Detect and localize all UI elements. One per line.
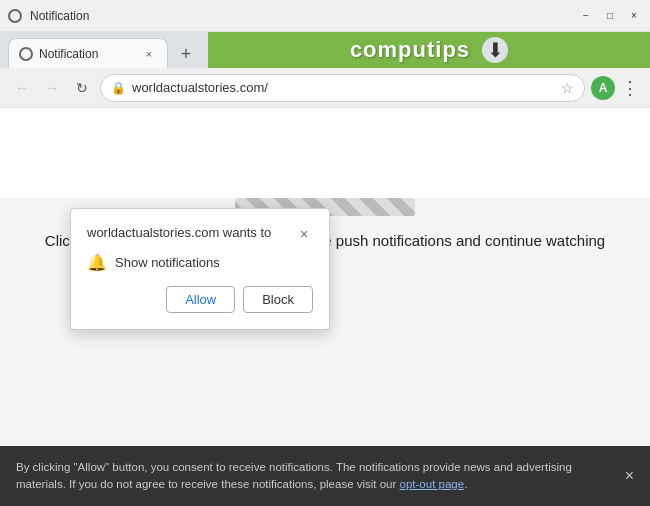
address-input[interactable]: 🔒 worldactualstories.com/ ☆: [100, 74, 585, 102]
url-text: worldactualstories.com/: [132, 80, 555, 95]
tab-section: Notification × +: [0, 32, 208, 68]
tab-bar: Notification × + computips ⬇: [0, 32, 650, 68]
user-avatar[interactable]: A: [591, 76, 615, 100]
cookie-close-button[interactable]: ×: [625, 464, 634, 488]
window-title: Notification: [30, 9, 89, 23]
tab-close-button[interactable]: ×: [141, 46, 157, 62]
popup-close-button[interactable]: ×: [295, 225, 313, 243]
window-controls: − □ ×: [578, 8, 642, 24]
active-tab[interactable]: Notification ×: [8, 38, 168, 68]
tab-favicon: [19, 47, 33, 61]
popup-header: worldactualstories.com wants to ×: [87, 225, 313, 243]
lock-icon: 🔒: [111, 81, 126, 95]
cookie-text-content: By clicking "Allow" button, you consent …: [16, 461, 572, 490]
refresh-button[interactable]: ↻: [70, 76, 94, 100]
notification-popup: worldactualstories.com wants to × 🔔 Show…: [70, 208, 330, 330]
cookie-bar: By clicking "Allow" button, you consent …: [0, 446, 650, 506]
forward-button[interactable]: →: [40, 76, 64, 100]
address-bar: ← → ↻ 🔒 worldactualstories.com/ ☆ A ⋮: [0, 68, 650, 108]
tab-title: Notification: [39, 47, 135, 61]
new-tab-button[interactable]: +: [172, 40, 200, 68]
bookmark-icon[interactable]: ☆: [561, 80, 574, 96]
download-icon[interactable]: ⬇: [482, 37, 508, 63]
site-logo: computips: [350, 37, 470, 63]
popup-buttons: Allow Block: [87, 286, 313, 313]
cookie-text: By clicking "Allow" button, you consent …: [16, 459, 615, 494]
notification-row-text: Show notifications: [115, 255, 220, 270]
opt-out-link[interactable]: opt-out page: [400, 478, 465, 490]
bell-icon: 🔔: [87, 253, 107, 272]
allow-button[interactable]: Allow: [166, 286, 235, 313]
maximize-button[interactable]: □: [602, 8, 618, 24]
notification-row: 🔔 Show notifications: [87, 253, 313, 272]
logo-area: computips ⬇: [208, 32, 650, 68]
minimize-button[interactable]: −: [578, 8, 594, 24]
back-button[interactable]: ←: [10, 76, 34, 100]
popup-title: worldactualstories.com wants to: [87, 225, 271, 240]
window-close-button[interactable]: ×: [626, 8, 642, 24]
block-button[interactable]: Block: [243, 286, 313, 313]
window-titlebar: Notification − □ ×: [0, 0, 650, 32]
tab-favicon-small: [8, 9, 22, 23]
browser-menu-button[interactable]: ⋮: [621, 77, 640, 99]
